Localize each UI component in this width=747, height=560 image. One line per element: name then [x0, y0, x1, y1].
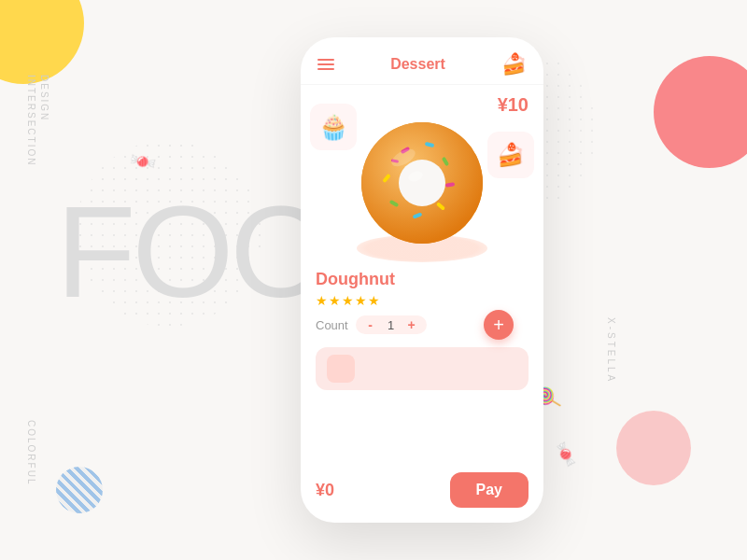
main-product-display [301, 104, 543, 262]
side-text-intersection: INTERSECTION [26, 75, 36, 166]
add-to-cart-button[interactable]: + [484, 310, 514, 340]
bg-circle-yellow [0, 0, 84, 84]
bg-circle-pink2 [616, 411, 691, 485]
pay-button[interactable]: Pay [450, 472, 529, 508]
bottom-bar: ¥0 Pay [301, 465, 543, 523]
cart-bar[interactable] [316, 347, 529, 390]
side-label-colorful: COLORFUL [26, 420, 36, 485]
count-label: Count [316, 318, 348, 332]
product-name: Doughnut [316, 270, 529, 289]
cart-items-preview [316, 355, 529, 383]
page-title: Dessert [390, 56, 445, 73]
phone-frame: Dessert 🍰 ¥10 🧁 🍰 [301, 37, 543, 523]
menu-button[interactable] [317, 59, 334, 70]
striped-ball-decoration [56, 467, 103, 513]
count-value: 1 [386, 318, 397, 332]
product-info: Doughnut ★★★★★ Count - 1 + + [301, 262, 543, 342]
svg-point-2 [399, 160, 445, 206]
count-control: - 1 + [356, 315, 427, 334]
bg-circle-pink [654, 56, 747, 168]
count-plus-button[interactable]: + [404, 317, 419, 332]
phone-header: Dessert 🍰 [301, 37, 543, 85]
big-background-text: FOO [56, 187, 328, 317]
product-rating: ★★★★★ [316, 293, 529, 308]
cart-item-thumbnail [327, 355, 355, 383]
donut-image [352, 113, 492, 253]
candy-decoration-2: 🍬 [550, 439, 582, 470]
side-label-stella: X-STELLA [606, 317, 616, 384]
count-row: Count - 1 + [316, 315, 427, 334]
count-minus-button[interactable]: - [363, 317, 378, 332]
count-area: Count - 1 + + [316, 315, 529, 334]
cart-icon[interactable]: 🍰 [501, 52, 527, 77]
side-text-design: DESIGN [39, 75, 49, 121]
product-area: ¥10 🧁 🍰 [301, 85, 543, 465]
total-price: ¥0 [316, 481, 334, 500]
